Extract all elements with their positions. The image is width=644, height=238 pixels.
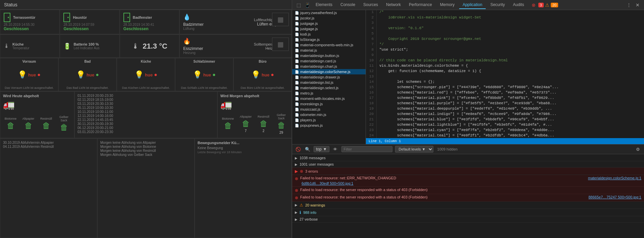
error-link-3[interactable]: 88665e7…75247 500×500.jpg:1	[588, 195, 641, 199]
error-expand-icon: ▶	[295, 169, 298, 174]
error-icon-1: ⊗	[295, 176, 298, 181]
tree-filename-15: metro.js	[300, 91, 313, 95]
console-filter-input[interactable]	[341, 146, 392, 152]
tab-application[interactable]: Application	[459, 1, 486, 9]
code-line-9: 9	[366, 53, 644, 58]
tree-item-18[interactable]: 📄musiccast.js	[292, 107, 366, 112]
console-eye-icon[interactable]: 👁	[332, 146, 339, 153]
devtools-right-icons: ⋮ ✕	[625, 1, 641, 9]
line-content-20: schemes["material.indigo"] = ["#e8eaf6",…	[379, 112, 644, 117]
tab-audits[interactable]: Audits	[509, 1, 527, 9]
line-number-2: 2	[366, 15, 377, 21]
warnings-count: 20 warnings	[305, 203, 325, 207]
console-group-verbose[interactable]: ▶ 27 verbose	[292, 216, 644, 223]
error-link-1[interactable]: materialdesign.colorScheme.js:1	[588, 176, 641, 180]
hue-label-kueche: hue	[145, 72, 153, 77]
tab-memory[interactable]: Memory	[437, 1, 458, 9]
devtools-close-icon[interactable]: ✕	[634, 1, 641, 9]
esszimmer-visual: ▦	[272, 38, 289, 51]
tab-performance[interactable]: Performance	[406, 1, 435, 9]
error-text-3: Failed to load resource: the server resp…	[300, 195, 428, 199]
tree-item-3[interactable]: 📄justgage.js	[292, 26, 366, 32]
tree-filename-0: jquery.zweatherfeed.js	[300, 11, 337, 15]
line-content-5	[379, 32, 644, 37]
hue-label-buero: hue	[262, 72, 269, 77]
tree-item-20[interactable]: 📄players.js	[292, 117, 366, 123]
console-gear-icon[interactable]: ⚙	[635, 146, 641, 153]
cal-entry-2: 03.11.2019 20:30-13:30	[77, 102, 214, 106]
rooms-section: Vorraum 💡 hue ● Das Vorraum Licht ist au…	[0, 58, 292, 92]
console-group-messages[interactable]: ▶ 1038 messages	[292, 155, 644, 161]
room-buero-status: Das Büro Licht ist ausgeschaltet.	[240, 86, 284, 90]
error-sublink-1[interactable]: 6d8b1d6…30edf 500×500.jpg:1	[302, 181, 353, 185]
movement-status: Keine Bewegung	[198, 146, 289, 150]
tree-filename-19: odometer.min.js	[300, 113, 326, 117]
tree-item-19[interactable]: 📄odometer.min.js	[292, 112, 366, 117]
waste-today-bins: Biotonne 🗑 Altpapier 🗑 Restmüll 🗑 Gelber…	[3, 112, 71, 136]
tree-item-2[interactable]: 📄justgage.js	[292, 21, 366, 26]
bulb-off-icon-vorraum: 💡	[18, 70, 27, 79]
folder-icon-2: 📄	[295, 22, 299, 25]
line-content-14: let schemes = {};	[379, 80, 644, 85]
bin-icon-altpapier-tomorrow: 🗑	[242, 119, 250, 128]
tree-item-8[interactable]: 📄materialdesign.button.js	[292, 53, 366, 58]
hue-dot-schlafzimmer: ●	[212, 72, 216, 78]
console-scope-selector[interactable]: top ▼	[314, 146, 329, 152]
devtools-more-icon[interactable]: ⋮	[625, 1, 633, 9]
thermometer-icon: 🌡	[4, 43, 10, 50]
line-number-15: 15	[366, 85, 377, 91]
tree-item-7[interactable]: 📄material.js	[292, 48, 366, 53]
tree-item-14[interactable]: 📄materialdesign.select.js	[292, 85, 366, 91]
devtools-pointer-icon[interactable]: ⬚	[295, 1, 302, 9]
tab-security[interactable]: Security	[487, 1, 508, 9]
tree-item-4[interactable]: 📄kodi.js	[292, 32, 366, 37]
console-group-info[interactable]: ▶ ℹ 988 info	[292, 209, 644, 216]
tree-item-17[interactable]: 📄moreskings.js	[292, 101, 366, 107]
tab-console[interactable]: Console	[337, 1, 359, 9]
door-sensors-section: Terrassentür 28.10.2019 14:55:30 Geschlo…	[0, 10, 292, 35]
tab-network[interactable]: Network	[383, 1, 404, 9]
door-card-0: Terrassentür 28.10.2019 14:55:30 Geschlo…	[0, 10, 60, 34]
truck-icon-tomorrow: 🚛	[220, 99, 232, 110]
devtools-device-icon[interactable]: 📱	[304, 1, 311, 9]
line-number-19: 19	[366, 107, 377, 112]
tree-item-10[interactable]: 📄materialdesign.chart.js	[292, 64, 366, 69]
verbose-count: 27 verbose	[300, 217, 318, 221]
line-number-8: 8	[366, 48, 377, 53]
line-content-16: schemes["material.red"] = ["#ffebee", "#…	[379, 91, 644, 96]
code-line-21: 21 schemes["material.blue"] = ["#e3f2fd"…	[366, 117, 644, 123]
tree-item-21[interactable]: 📄popupnews.js	[292, 123, 366, 128]
bottom-section: 30.10.2019 Abfuhrtermin Altpapier 04.11.…	[0, 138, 292, 238]
tree-item-13[interactable]: 📄materialdesign.list.js	[292, 80, 366, 85]
tree-item-1[interactable]: 📄jscolor.js	[292, 15, 366, 21]
console-group-warnings[interactable]: ▶ ⚠ 20 warnings	[292, 201, 644, 209]
tree-item-11[interactable]: 📄materialdesign.colorScheme.js	[292, 69, 366, 74]
console-clear-icon[interactable]: 🚫	[295, 146, 302, 153]
console-group-user-messages[interactable]: ▶ 1001 user messages	[292, 161, 644, 168]
temp-value: 21.3 °C	[143, 42, 167, 51]
tree-item-12[interactable]: 📄materialdesign.drawer.js	[292, 74, 366, 80]
tree-item-0[interactable]: 📄jquery.zweatherfeed.js	[292, 10, 366, 15]
tree-item-9[interactable]: 📄materialdesign.card.js	[292, 58, 366, 64]
error-circle-icon: ⊗	[532, 2, 536, 8]
door-name-0: Terrassentür	[13, 15, 35, 19]
folder-icon-16: 📄	[295, 97, 299, 101]
bin-icon-altpapier-today: 🗑	[24, 121, 33, 130]
tab-elements[interactable]: Elements	[312, 1, 336, 9]
tab-sources[interactable]: Sources	[360, 1, 381, 9]
code-line-7: 7*/	[366, 42, 644, 48]
error-circle-group-icon: ⊗	[300, 169, 303, 174]
sensors-section: 🌡 Küche Temperatur 🔋 Batterie 100 % Led …	[0, 35, 292, 58]
console-toolbar: 🚫 🔍 top ▼ 👁 Default levels ▼ 1009 hidden…	[292, 144, 644, 154]
tree-item-15[interactable]: 📄metro.js	[292, 91, 366, 96]
console-level-select[interactable]: Default levels ▼	[395, 146, 433, 153]
folder-icon-8: 📄	[295, 54, 299, 58]
console-group-errors[interactable]: ▶ ⊗ 3 errors	[292, 168, 644, 175]
tree-item-6[interactable]: 📄material-components-web.min.js	[292, 42, 366, 48]
tree-item-5[interactable]: 📄loStorage.js	[292, 37, 366, 42]
waste-tomorrow-truck: 🚛	[220, 99, 289, 110]
tree-item-16[interactable]: 📄moment-with-locales.min.js	[292, 96, 366, 101]
devtools-main: 📄jquery.zweatherfeed.js📄jscolor.js📄justg…	[292, 10, 644, 144]
console-filter-icon[interactable]: 🔍	[304, 146, 311, 153]
tree-filename-18: musiccast.js	[300, 107, 320, 111]
